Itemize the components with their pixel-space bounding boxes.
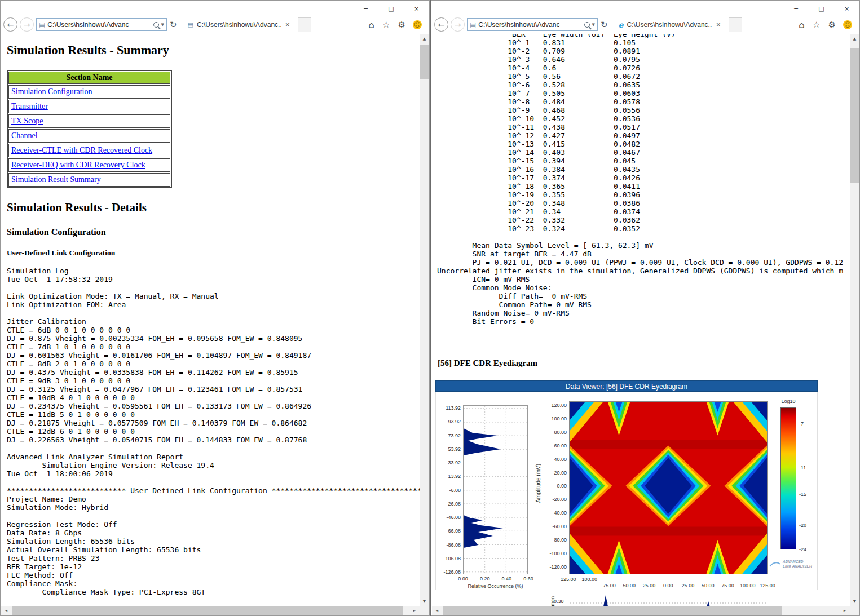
tab-favicon: ▤ [188, 21, 193, 28]
tab-close-icon[interactable]: × [285, 21, 290, 28]
minimize-button[interactable]: ─ [783, 1, 809, 16]
section-link[interactable]: TX Scope [8, 114, 170, 128]
favorites-button[interactable]: ☆ [382, 20, 390, 30]
axis-tick: -66.08 [446, 528, 461, 534]
chevron-down-icon[interactable]: ▼ [592, 23, 595, 27]
url-text[interactable]: C:\Users\hsinhowu\Advanc [47, 21, 151, 29]
axis-tick: -25.00 [639, 583, 658, 588]
horizontal-scrollbar[interactable]: ◄ ► [1, 606, 420, 615]
section-link[interactable]: Simulation Configuration [8, 85, 170, 99]
tab-close-icon[interactable]: × [716, 21, 721, 28]
axis-tick: -126.08 [443, 569, 461, 575]
browser-tab[interactable]: ▤ C:\Users\hsinhowu\Advanc... × [184, 17, 294, 32]
colorbar-tick: -11 [799, 465, 806, 471]
eye-heatmap-svg [570, 402, 767, 574]
chevron-down-icon[interactable]: ▼ [161, 23, 164, 27]
scrollbar-thumb[interactable] [443, 606, 782, 615]
feedback-smiley-button[interactable]: ☺ [413, 20, 422, 29]
scrollbar-thumb[interactable] [420, 45, 429, 79]
new-tab-stub[interactable] [729, 17, 742, 32]
horizontal-scrollbar[interactable]: ◄ ► [432, 606, 850, 615]
vertical-scrollbar[interactable]: ▲ ▼ [420, 34, 429, 606]
titlebar[interactable]: ─ □ × [1, 1, 429, 16]
scrollbar-thumb[interactable] [12, 606, 403, 615]
axis-tick: 120.00 [551, 402, 567, 408]
url-text[interactable]: C:\Users\hsinhowu\Advanc [478, 21, 581, 29]
home-button[interactable]: ⌂ [368, 19, 374, 30]
details-heading: Simulation Results - Details [7, 201, 420, 215]
search-icon[interactable] [153, 22, 159, 28]
scrollbar-thumb[interactable] [850, 48, 859, 183]
axis-tick: 33.92 [448, 460, 461, 466]
new-tab-stub[interactable] [298, 17, 311, 32]
minimize-button[interactable]: ─ [353, 1, 378, 16]
axis-tick: 73.92 [448, 433, 461, 438]
scroll-left-button[interactable]: ◄ [432, 606, 442, 615]
scroll-right-button[interactable]: ► [840, 606, 850, 615]
maximize-button[interactable]: □ [809, 1, 834, 16]
axis-tick: 100.00 [738, 583, 757, 588]
scroll-right-button[interactable]: ► [410, 606, 420, 615]
axis-tick: -40.00 [552, 510, 567, 516]
axis-tick: -50.00 [619, 583, 638, 588]
page-content-right: BER Eye Width (UI) Eye Height (V) 10^-1 … [432, 34, 850, 606]
address-bar[interactable]: ▤ C:\Users\hsinhowu\Advanc ▼ [467, 18, 598, 31]
scroll-down-button[interactable]: ▼ [420, 596, 429, 606]
feedback-smiley-button[interactable]: ☺ [843, 20, 852, 29]
tab-title: C:\Users\hsinhowu\Advanc... [627, 21, 713, 29]
section-link[interactable]: Simulation Result Summary [8, 173, 170, 187]
back-button[interactable]: ← [434, 17, 448, 32]
scroll-left-button[interactable]: ◄ [1, 606, 11, 615]
address-bar[interactable]: ▤ C:\Users\hsinhowu\Advanc ▼ [36, 18, 167, 31]
scrollbar-corner [420, 606, 429, 615]
axis-tick: 25.00 [678, 583, 698, 588]
axis-tick: 113.92 [446, 405, 461, 411]
scroll-down-button[interactable]: ▼ [850, 596, 859, 606]
settings-button[interactable]: ⚙ [398, 20, 405, 30]
forward-button[interactable]: → [20, 17, 34, 32]
axis-tick: 0.00 [557, 483, 567, 489]
close-button[interactable]: × [834, 1, 859, 16]
axis-tick: -75.00 [599, 583, 618, 588]
axis-tick: 0.00 [455, 576, 471, 582]
scroll-up-button[interactable]: ▲ [420, 34, 429, 43]
axis-tick: 53.92 [448, 446, 461, 452]
favorites-button[interactable]: ☆ [813, 20, 820, 30]
watermark-line2: LINK ANALYZER [783, 564, 812, 569]
link-config-heading: User-Defined Link Configuration [7, 249, 420, 258]
axis-tick: 80.00 [554, 429, 567, 435]
scroll-up-button[interactable]: ▲ [850, 34, 859, 43]
back-button[interactable]: ← [3, 17, 17, 32]
home-button[interactable]: ⌂ [799, 19, 805, 30]
axis-tick: 100.00 [579, 577, 601, 582]
settings-button[interactable]: ⚙ [828, 20, 836, 30]
eye-diagram-plot [569, 401, 768, 574]
maximize-button[interactable]: □ [378, 1, 404, 16]
browser-tab[interactable]: e C:\Users\hsinhowu\Advanc... × [615, 17, 725, 32]
axis-tick: -46.08 [446, 515, 461, 520]
section-link[interactable]: Receiver-CTLE with CDR Recovered Clock [8, 144, 170, 157]
axis-tick: -86.08 [446, 542, 461, 548]
titlebar[interactable]: ─ □ × [431, 1, 859, 16]
forward-button[interactable]: → [451, 17, 465, 32]
bottom-plot-y-tick: 0.38 [554, 599, 564, 604]
axis-tick: -20.00 [552, 497, 567, 502]
data-viewer-body: 113.9293.9273.9253.9233.9213.92-6.08-26.… [435, 392, 818, 590]
vertical-scrollbar[interactable]: ▲ ▼ [850, 34, 859, 606]
watermark-text: ADVANCED LINK ANALYZER [783, 560, 812, 568]
histogram-y-ticks: 113.9293.9273.9253.9233.9213.92-6.08-26.… [436, 405, 461, 575]
summary-heading: Simulation Results - Summary [7, 43, 420, 57]
search-icon[interactable] [584, 22, 590, 28]
tab-title: C:\Users\hsinhowu\Advanc... [197, 21, 281, 29]
section-link[interactable]: Receiver-DEQ with CDR Recovery Clock [8, 158, 170, 172]
ie-window-left: ─ □ × ← → ▤ C:\Users\hsinhowu\Advanc ▼ ↻… [0, 0, 430, 616]
data-viewer-titlebar: Data Viewer: [56] DFE CDR Eyediagram [435, 380, 818, 392]
section-link[interactable]: Transmitter [8, 100, 170, 113]
refresh-button[interactable]: ↻ [601, 20, 608, 30]
colorbar-tick: -15 [799, 491, 806, 497]
axis-tick: 0.40 [498, 576, 515, 582]
refresh-button[interactable]: ↻ [170, 20, 177, 30]
close-button[interactable]: × [404, 1, 429, 16]
section-link[interactable]: Channel [8, 129, 170, 143]
axis-tick: 93.92 [448, 419, 461, 424]
